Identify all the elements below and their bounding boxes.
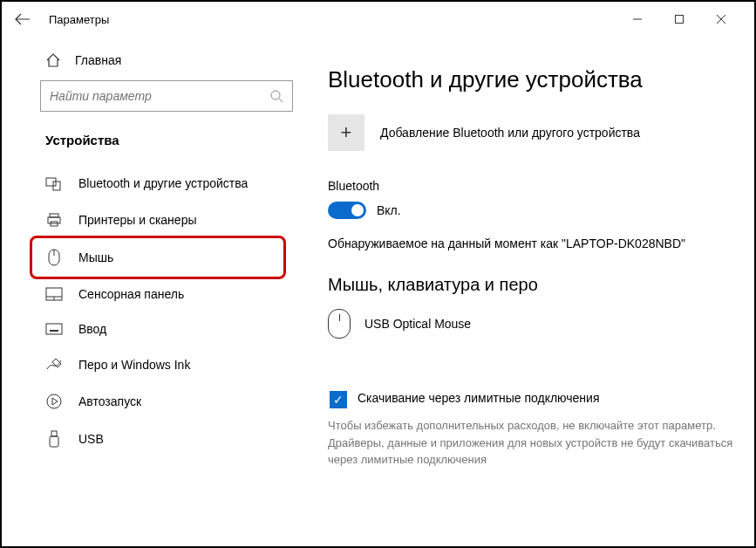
nav-item-label: Мышь xyxy=(78,250,113,264)
bluetooth-state: Вкл. xyxy=(377,203,401,217)
nav-item-label: Принтеры и сканеры xyxy=(78,213,196,227)
home-label: Главная xyxy=(75,53,121,67)
window-title: Параметры xyxy=(49,13,109,26)
nav-touchpad[interactable]: Сенсорная панель xyxy=(2,277,307,312)
nav-list: Bluetooth и другие устройства Принтеры и… xyxy=(2,165,307,458)
pen-icon xyxy=(45,357,63,373)
device-item[interactable]: USB Optical Mouse xyxy=(328,309,733,339)
back-button[interactable] xyxy=(9,5,37,33)
page-title: Bluetooth и другие устройства xyxy=(328,66,733,93)
nav-bluetooth[interactable]: Bluetooth и другие устройства xyxy=(2,165,307,202)
svg-point-2 xyxy=(271,91,280,99)
nav-item-label: Bluetooth и другие устройства xyxy=(78,176,248,190)
svg-rect-14 xyxy=(46,324,62,334)
metered-help-text: Чтобы избежать дополнительных расходов, … xyxy=(328,417,733,469)
add-device-label: Добавление Bluetooth или другого устройс… xyxy=(380,126,640,140)
plus-icon: + xyxy=(328,114,364,151)
nav-item-label: Перо и Windows Ink xyxy=(78,358,190,372)
search-input[interactable] xyxy=(50,89,269,103)
printer-icon xyxy=(45,212,63,228)
device-name: USB Optical Mouse xyxy=(364,317,471,331)
home-link[interactable]: Главная xyxy=(2,45,307,80)
discoverable-text: Обнаруживаемое на данный момент как "LAP… xyxy=(328,236,733,250)
nav-mouse[interactable]: Мышь xyxy=(2,238,307,277)
touchpad-icon xyxy=(45,287,63,301)
add-device-button[interactable]: + Добавление Bluetooth или другого устро… xyxy=(328,114,733,151)
nav-autoplay[interactable]: Автозапуск xyxy=(2,383,307,420)
window-controls xyxy=(627,9,747,30)
keyboard-icon xyxy=(45,323,63,335)
devices-icon xyxy=(45,175,63,191)
svg-rect-6 xyxy=(50,214,58,217)
bluetooth-toggle[interactable] xyxy=(328,202,366,219)
maximize-button[interactable] xyxy=(669,9,690,30)
nav-item-label: Сенсорная панель xyxy=(78,287,184,301)
nav-item-label: Ввод xyxy=(78,322,106,336)
nav-item-label: Автозапуск xyxy=(78,394,141,408)
metered-label: Скачивание через лимитные подключения xyxy=(358,391,599,405)
nav-pen[interactable]: Перо и Windows Ink xyxy=(2,346,307,383)
svg-rect-21 xyxy=(51,431,57,436)
home-icon xyxy=(45,52,61,68)
nav-usb[interactable]: USB xyxy=(2,420,307,458)
peripherals-header: Мышь, клавиатура и перо xyxy=(328,275,733,295)
nav-item-label: USB xyxy=(78,432,104,446)
sidebar: Главная Устройства Bluetooth и другие ус… xyxy=(2,37,307,546)
nav-printers[interactable]: Принтеры и сканеры xyxy=(2,202,307,238)
svg-rect-1 xyxy=(676,16,684,24)
usb-icon xyxy=(45,430,63,448)
titlebar: Параметры xyxy=(2,2,754,37)
svg-rect-7 xyxy=(48,217,60,223)
mouse-device-icon xyxy=(328,309,351,339)
mouse-icon xyxy=(45,249,63,266)
metered-checkbox[interactable]: ✓ xyxy=(330,391,347,408)
search-icon xyxy=(269,89,283,103)
section-header: Устройства xyxy=(2,129,307,153)
main-content: Bluetooth и другие устройства + Добавлен… xyxy=(307,37,754,546)
minimize-button[interactable] xyxy=(627,9,648,30)
svg-line-3 xyxy=(279,99,283,102)
search-box[interactable] xyxy=(40,80,293,112)
autoplay-icon xyxy=(45,394,63,409)
nav-typing[interactable]: Ввод xyxy=(2,312,307,346)
close-button[interactable] xyxy=(711,9,732,30)
svg-rect-22 xyxy=(50,436,58,447)
bluetooth-label: Bluetooth xyxy=(328,179,733,193)
svg-point-20 xyxy=(47,394,61,408)
